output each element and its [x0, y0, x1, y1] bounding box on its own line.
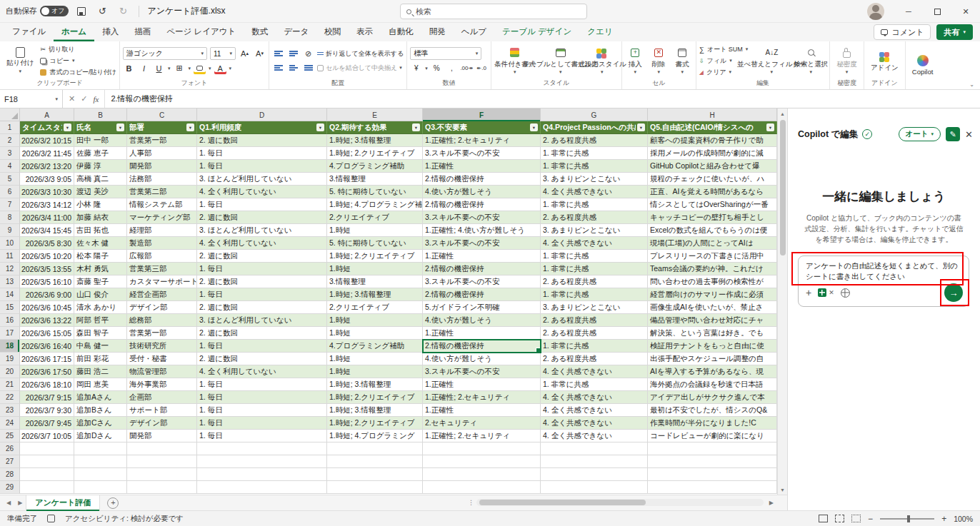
- paste-button[interactable]: 貼り付け▾: [3, 46, 37, 76]
- row-header-6[interactable]: 6: [0, 186, 20, 198]
- sort-filter-button[interactable]: A↓Z 並べ替えとフィルター▾: [751, 45, 792, 77]
- copy-button[interactable]: コピー▾: [40, 56, 116, 66]
- zoom-slider[interactable]: [880, 518, 934, 520]
- cell-E23[interactable]: 1.時短; 3.情報整理: [327, 404, 423, 417]
- cell-A6[interactable]: 2026/3/3 10:30: [20, 186, 74, 198]
- cell-G4[interactable]: 1. 非常に共感: [541, 160, 648, 173]
- cell-C1[interactable]: 部署▾: [127, 121, 197, 134]
- cell-B27[interactable]: [74, 455, 127, 468]
- cell-G5[interactable]: 3. あまりピンとこない: [541, 173, 648, 186]
- row-header-15[interactable]: 15: [0, 301, 20, 314]
- scrollbar-dots-icon[interactable]: ⋮: [468, 499, 474, 506]
- ribbon-tab[interactable]: ページ レイアウト: [159, 24, 244, 41]
- borders-button[interactable]: ⊞: [174, 62, 186, 74]
- cell-H10[interactable]: 現場(工場)の人間にとってAIは: [648, 237, 777, 250]
- ribbon-tab[interactable]: 開発: [421, 24, 454, 41]
- filter-icon[interactable]: ▾: [412, 123, 420, 131]
- cell-C15[interactable]: デザイン部: [127, 301, 197, 314]
- cell-G20[interactable]: 4. 全く共感できない: [541, 365, 648, 378]
- number-format-select[interactable]: 標準▾: [410, 47, 481, 60]
- cell-H11[interactable]: プレスリリースの下書きに活用中: [648, 250, 777, 263]
- cell-E26[interactable]: [327, 442, 423, 455]
- cell-F24[interactable]: 2.セキュリティ: [423, 417, 541, 430]
- cell-G2[interactable]: 2. ある程度共感: [541, 134, 648, 147]
- cell-G24[interactable]: 4. 全く共感できない: [541, 417, 648, 430]
- ribbon-tab[interactable]: データ: [276, 24, 316, 41]
- cell-C11[interactable]: 広報部: [127, 250, 197, 263]
- cell-C7[interactable]: 情報システム部: [127, 198, 197, 211]
- cell-E4[interactable]: 4.プログラミング補助: [327, 160, 423, 173]
- cell-C14[interactable]: 経営企画部: [127, 288, 197, 301]
- increase-decimal-button[interactable]: .00↠: [461, 62, 473, 74]
- zoom-in-icon[interactable]: +: [941, 514, 946, 524]
- cell-F29[interactable]: [423, 481, 541, 494]
- align-middle-button[interactable]: [287, 48, 299, 60]
- cell-H2[interactable]: 顧客への提案資料の骨子作りで助: [648, 134, 777, 147]
- cell-G26[interactable]: [541, 442, 648, 455]
- cell-D25[interactable]: 1. 毎日: [197, 430, 327, 442]
- cell-F7[interactable]: 2.情報の機密保持: [423, 198, 541, 211]
- cell-A29[interactable]: [20, 481, 74, 494]
- cell-A19[interactable]: 2026/3/6 17:15: [20, 353, 74, 365]
- cell-A7[interactable]: 2026/3/3 14:12: [20, 198, 74, 211]
- cell-D26[interactable]: [197, 442, 327, 455]
- format-painter-button[interactable]: 書式のコピー/貼り付け: [40, 67, 116, 78]
- cell-G27[interactable]: [541, 455, 648, 468]
- zoom-out-icon[interactable]: −: [868, 514, 873, 524]
- cell-D9[interactable]: 3. ほとんど利用していない: [197, 224, 327, 237]
- hscroll-right-icon[interactable]: ▶: [766, 500, 777, 506]
- filter-icon[interactable]: ▾: [186, 123, 194, 131]
- cell-B3[interactable]: 佐藤 恵子: [74, 147, 127, 160]
- align-center-button[interactable]: [287, 62, 299, 74]
- cell-D5[interactable]: 3. ほとんど利用していない: [197, 173, 327, 186]
- cell-B6[interactable]: 渡辺 美沙: [74, 186, 127, 198]
- cell-G8[interactable]: 2. ある程度共感: [541, 211, 648, 224]
- cell-C26[interactable]: [127, 442, 197, 455]
- sensitivity-button[interactable]: 秘密度▾: [833, 45, 861, 77]
- cell-A23[interactable]: 2026/3/7 9:30: [20, 404, 74, 417]
- cell-G22[interactable]: 4. 全く共感できない: [541, 391, 648, 404]
- cell-F19[interactable]: 4.使い方が難しそう: [423, 353, 541, 365]
- cell-A27[interactable]: [20, 455, 74, 468]
- select-all-corner[interactable]: [0, 108, 20, 121]
- cell-B23[interactable]: 追加Bさん: [74, 404, 127, 417]
- cell-D16[interactable]: 3. ほとんど利用していない: [197, 314, 327, 327]
- vertical-scrollbar[interactable]: ▲ ▼: [777, 108, 787, 495]
- row-header-5[interactable]: 5: [0, 173, 20, 186]
- font-color-button[interactable]: A: [214, 62, 226, 74]
- name-box[interactable]: F18▾: [0, 90, 63, 108]
- cell-G7[interactable]: 1. 非常に共感: [541, 198, 648, 211]
- column-header-D[interactable]: D: [197, 108, 327, 121]
- cell-F27[interactable]: [423, 455, 541, 468]
- accessibility-status[interactable]: アクセシビリティ: 検討が必要です: [65, 514, 184, 524]
- cell-C22[interactable]: 企画部: [127, 391, 197, 404]
- cell-A4[interactable]: 2026/3/2 13:20: [20, 160, 74, 173]
- cell-E22[interactable]: 1.時短; 2.クリエイティブ: [327, 391, 423, 404]
- cell-E13[interactable]: 3.情報整理: [327, 275, 423, 288]
- new-chat-button[interactable]: ✎: [946, 127, 960, 141]
- cell-B28[interactable]: [74, 468, 127, 481]
- cell-D6[interactable]: 4. 全く利用していない: [197, 186, 327, 198]
- cell-B2[interactable]: 田中 一郎: [74, 134, 127, 147]
- cell-G9[interactable]: 3. あまりピンとこない: [541, 224, 648, 237]
- cell-G6[interactable]: 4. 全く共感できない: [541, 186, 648, 198]
- insert-cells-button[interactable]: + 挿入▾: [625, 45, 646, 77]
- row-header-10[interactable]: 10: [0, 237, 20, 250]
- cell-E20[interactable]: 1.時短: [327, 365, 423, 378]
- cut-button[interactable]: ✂切り取り: [40, 44, 116, 55]
- row-header-13[interactable]: 13: [0, 275, 20, 288]
- ribbon-tab[interactable]: 挿入: [94, 24, 126, 41]
- cell-A9[interactable]: 2026/3/4 15:45: [20, 224, 74, 237]
- cell-F11[interactable]: 1.正確性: [423, 250, 541, 263]
- cell-G29[interactable]: [541, 481, 648, 494]
- cell-A11[interactable]: 2026/3/5 10:20: [20, 250, 74, 263]
- format-cells-button[interactable]: 書式▾: [672, 45, 693, 77]
- save-button[interactable]: [74, 4, 89, 19]
- cell-D4[interactable]: 1. 毎日: [197, 160, 327, 173]
- cell-A20[interactable]: 2026/3/6 17:50: [20, 365, 74, 378]
- cell-F21[interactable]: 1.正確性: [423, 378, 541, 391]
- cell-G25[interactable]: 4. 全く共感できない: [541, 430, 648, 442]
- cell-D14[interactable]: 1. 毎日: [197, 288, 327, 301]
- column-header-H[interactable]: H: [648, 108, 777, 121]
- cell-E6[interactable]: 5. 特に期待していない: [327, 186, 423, 198]
